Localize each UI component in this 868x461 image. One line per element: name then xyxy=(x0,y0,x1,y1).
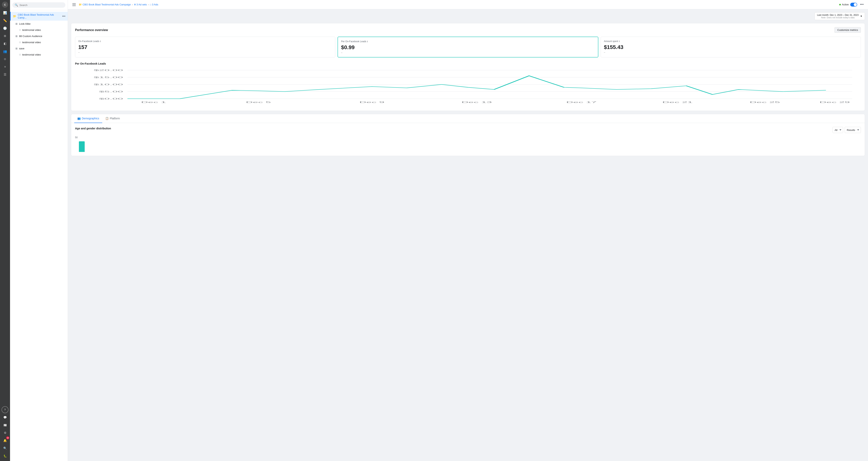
tab-demographics[interactable]: 👥 Demographics xyxy=(74,114,102,123)
bar-item xyxy=(79,141,85,152)
adset-name: Look Alike xyxy=(19,22,61,25)
ad-name-2: testimonial video xyxy=(22,41,61,44)
grid-icon[interactable]: ⊞ xyxy=(2,32,8,39)
svg-text:Dec 5: Dec 5 xyxy=(246,101,271,103)
breadcrumb-adsets[interactable]: ⊞ 3 Ad sets xyxy=(134,3,147,6)
platform-icon: 📋 xyxy=(105,117,108,120)
age-gender-filter-results[interactable]: Results xyxy=(845,127,861,133)
date-chevron-icon: ▼ xyxy=(860,15,862,18)
sidebar-search-header: 🔍 xyxy=(10,0,68,10)
ad-item-0[interactable]: □ testimonial video ••• xyxy=(10,27,68,33)
search-bottom-icon[interactable]: 🔍 xyxy=(2,445,8,452)
tabs-row: 👥 Demographics 📋 Platform xyxy=(71,114,865,123)
top-bar: 📁 CBO Book Blast Testimonial Ads Campaig… xyxy=(68,0,868,9)
settings-icon[interactable]: ⚙ xyxy=(2,429,8,436)
adset-item-lookalike[interactable]: ⊞ Look Alike ••• xyxy=(10,21,68,27)
adset-item-custom-audience[interactable]: ⊞ 88 Custom Audience ••• xyxy=(10,33,68,39)
breadcrumb-ads[interactable]: □ 3 Ads xyxy=(150,3,158,6)
tab-platform-label: Platform xyxy=(110,117,120,120)
coins-icon[interactable]: ⊙ xyxy=(2,56,8,63)
people-icon[interactable]: 👥 xyxy=(2,48,8,55)
clock-icon[interactable]: 🕐 xyxy=(2,25,8,32)
performance-card: Performance overview Customize metrics O… xyxy=(71,23,865,111)
metric-sub-1: – xyxy=(78,51,332,54)
age-gender-filter-all[interactable]: All xyxy=(833,127,843,133)
demographics-card: 👥 Demographics 📋 Platform Age and gender… xyxy=(71,114,865,156)
notification-badge: 10 xyxy=(6,436,9,439)
bar-chart-value-label: 50 xyxy=(75,136,861,139)
metric-info-icon-3[interactable]: ℹ xyxy=(619,40,620,43)
ad-item-2[interactable]: □ testimonial video ••• xyxy=(10,52,68,58)
svg-rect-2 xyxy=(72,6,76,6)
metric-sub-3: – xyxy=(604,51,858,54)
ad-icon-2: □ xyxy=(19,41,21,43)
metric-amount-spent: Amount spent ℹ $155.43 – xyxy=(601,37,861,58)
date-range-button[interactable]: Last month: Dec 1, 2023 – Dec 31, 2023 N… xyxy=(814,12,865,20)
edit-icon[interactable]: ✏️ xyxy=(2,17,8,24)
search-input[interactable] xyxy=(20,4,63,6)
svg-rect-1 xyxy=(72,4,76,5)
chat-icon[interactable]: 💬 xyxy=(2,414,8,421)
svg-rect-0 xyxy=(72,3,76,4)
status-label: Active xyxy=(842,3,849,6)
adset-item-save[interactable]: ⊞ save ••• xyxy=(10,45,68,52)
bug-icon[interactable]: 🐛 xyxy=(2,453,8,459)
filter-row: Age and gender distribution All Results xyxy=(75,127,861,133)
more-options-button[interactable]: ••• xyxy=(859,2,865,8)
adset-icon-2: ⊞ xyxy=(16,35,18,38)
metric-sub-2: – xyxy=(341,51,595,54)
search-icon: 🔍 xyxy=(15,3,18,6)
tab-platform[interactable]: 📋 Platform xyxy=(102,114,123,123)
adset-name-2: 88 Custom Audience xyxy=(19,35,61,38)
mini-bar-chart xyxy=(75,140,861,152)
layers-icon[interactable]: ◧ xyxy=(2,40,8,47)
breadcrumb: 📁 CBO Book Blast Testimonial Ads Campaig… xyxy=(79,3,158,6)
svg-text:$5.00: $5.00 xyxy=(99,91,123,93)
adset-icon: ⊞ xyxy=(16,22,18,25)
chart-section: Per On-Facebook Leads $20.00 $15.00 $10.… xyxy=(75,62,861,107)
svg-text:$10.00: $10.00 xyxy=(94,83,123,86)
breadcrumb-campaign[interactable]: 📁 CBO Book Blast Testimonial Ads Campaig… xyxy=(79,3,131,6)
ad-item-1[interactable]: □ testimonial video ••• xyxy=(10,39,68,45)
age-gender-title: Age and gender distribution xyxy=(75,127,111,130)
adset-icon-3: ⊞ xyxy=(16,47,18,50)
metric-label-2: Per On-Facebook Leads xyxy=(341,40,366,43)
sidebar-panel: 🔍 📁 CBO Book Blast Testimonial Ads Camp.… xyxy=(10,0,68,461)
active-toggle[interactable] xyxy=(850,3,857,6)
status-dot xyxy=(839,4,841,5)
metrics-row: On-Facebook Leads ℹ 157 – Per On-Faceboo… xyxy=(75,37,861,58)
main-content: 📁 CBO Book Blast Testimonial Ads Campaig… xyxy=(68,0,868,461)
metric-value-1: 157 xyxy=(78,44,332,50)
avatar[interactable]: C xyxy=(2,2,8,8)
news-icon[interactable]: 📰 xyxy=(2,422,8,429)
ad-name-3: testimonial video xyxy=(22,53,61,56)
chart-svg: $20.00 $15.00 $10.00 $5.00 $0.00 Dec 1 D… xyxy=(75,68,861,107)
chart-title: Per On-Facebook Leads xyxy=(75,62,861,65)
search-box[interactable]: 🔍 xyxy=(12,2,65,8)
date-range-main: Last month: Dec 1, 2023 – Dec 31, 2023 xyxy=(817,14,859,17)
campaign-name: CBO Book Blast Testimonial Ads Camp... xyxy=(18,13,61,19)
svg-text:Dec 21: Dec 21 xyxy=(662,101,693,103)
breadcrumb-sep-2: › xyxy=(148,3,149,6)
ads-icon: □ xyxy=(150,3,151,6)
campaign-item[interactable]: 📁 CBO Book Blast Testimonial Ads Camp...… xyxy=(10,12,68,21)
demographics-icon: 👥 xyxy=(78,117,81,120)
campaign-more-button[interactable]: ••• xyxy=(62,14,65,18)
breadcrumb-sep-1: › xyxy=(132,3,133,6)
ad-name: testimonial video xyxy=(22,29,61,31)
metric-info-icon-2[interactable]: ℹ xyxy=(367,40,368,43)
performance-title: Performance overview xyxy=(75,28,108,32)
sidebar-items: 📁 CBO Book Blast Testimonial Ads Camp...… xyxy=(10,10,68,461)
menu-icon[interactable]: ☰ xyxy=(2,71,8,78)
metric-info-icon-1[interactable]: ℹ xyxy=(100,40,101,43)
sidebar-toggle-button[interactable] xyxy=(71,2,77,8)
report-icon[interactable]: ≡ xyxy=(2,63,8,70)
help-icon[interactable]: ? xyxy=(2,406,8,413)
metric-value-2: $0.99 xyxy=(341,44,595,51)
metric-on-facebook-leads: On-Facebook Leads ℹ 157 – xyxy=(75,37,335,58)
svg-text:Dec 13: Dec 13 xyxy=(461,101,492,103)
svg-text:Dec 1: Dec 1 xyxy=(141,101,166,103)
chart-icon[interactable]: 📊 xyxy=(2,9,8,16)
customize-metrics-button[interactable]: Customize metrics xyxy=(834,27,861,33)
svg-text:Dec 9: Dec 9 xyxy=(359,101,384,103)
